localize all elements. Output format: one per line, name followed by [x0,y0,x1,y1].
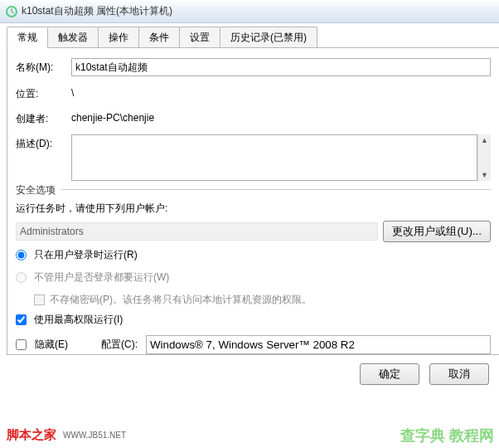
security-legend: 安全选项 [16,183,61,197]
config-dropdown[interactable] [146,335,491,354]
highest-priv-label: 使用最高权限运行(I) [34,313,123,327]
window-title: k10stat自动超频 属性(本地计算机) [22,4,172,18]
tab-history[interactable]: 历史记录(已禁用) [220,27,317,47]
author-value: chenjie-PC\chenjie [71,110,491,124]
tab-conditions[interactable]: 条件 [138,27,180,47]
titlebar: k10stat自动超频 属性(本地计算机) [0,0,499,23]
no-store-row: 不存储密码(P)。该任务将只有访问本地计算机资源的权限。 [34,293,491,307]
tab-body-general: 名称(M): 位置: \ 创建者: chenjie-PC\chenjie 描述(… [7,48,499,355]
scroll-down-icon[interactable]: ▼ [478,169,491,181]
run-whether-logged-radio [16,272,27,283]
location-label: 位置: [16,85,61,101]
description-textarea[interactable] [71,134,477,181]
highest-priv-checkbox[interactable] [16,314,27,325]
scroll-up-icon[interactable]: ▲ [478,134,491,146]
app-icon [5,5,18,18]
config-label: 配置(C): [101,338,138,352]
security-prompt: 运行任务时，请使用下列用户帐户: [16,202,491,216]
tab-strip: 常规 触发器 操作 条件 设置 历史记录(已禁用) [7,27,499,48]
tab-triggers[interactable]: 触发器 [47,27,99,47]
no-store-checkbox [34,295,45,305]
watermark: 查字典 教程网 [400,428,494,445]
name-input[interactable] [71,58,491,76]
change-user-button[interactable]: 更改用户或组(U)... [383,221,491,242]
tab-general[interactable]: 常规 [7,27,48,48]
name-label: 名称(M): [16,58,61,75]
run-when-logged-radio[interactable] [16,250,27,261]
ok-button[interactable]: 确定 [360,363,419,385]
security-options-group: 安全选项 运行任务时，请使用下列用户帐户: Administrators 更改用… [16,189,491,327]
run-whether-logged-label: 不管用户是否登录都要运行(W) [34,270,169,285]
no-store-label: 不存储密码(P)。该任务将只有访问本地计算机资源的权限。 [50,294,312,305]
account-value: Administrators [16,222,378,241]
hidden-checkbox[interactable] [16,339,27,350]
author-label: 创建者: [16,110,61,126]
dialog-content: 常规 触发器 操作 条件 设置 历史记录(已禁用) 名称(M): 位置: \ 创… [0,23,499,385]
run-when-logged-label: 只在用户登录时运行(R) [34,248,138,262]
brand-text: 脚本之家 [7,427,56,443]
tab-actions[interactable]: 操作 [98,27,139,47]
cancel-button[interactable]: 取消 [429,363,489,385]
description-scrollbar[interactable]: ▲ ▼ [477,134,491,181]
location-value: \ [71,85,491,99]
description-label: 描述(D): [16,134,61,151]
hidden-label: 隐藏(E) [35,338,68,352]
tab-settings[interactable]: 设置 [179,27,220,47]
brand-url: WWW.JB51.NET [63,431,126,440]
